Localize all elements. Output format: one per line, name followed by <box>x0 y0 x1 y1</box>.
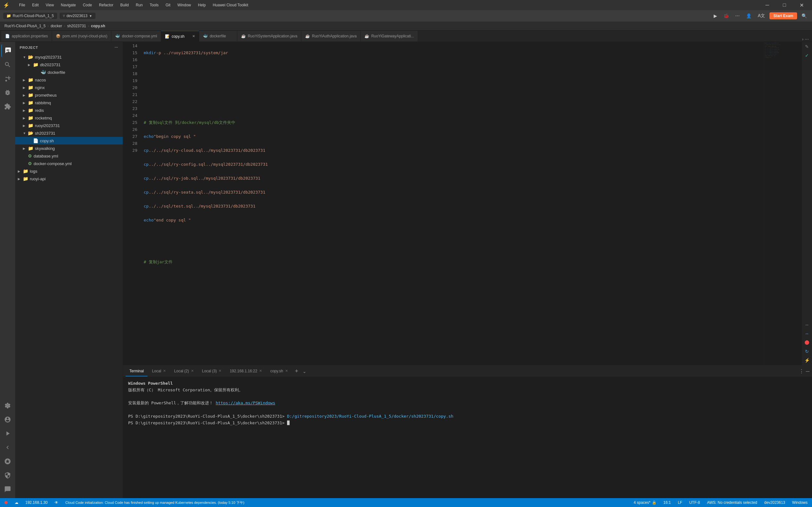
tree-ruoyi-api[interactable]: ▶ 📁 ruoyi-api <box>15 175 123 182</box>
tree-docker-compose-yml[interactable]: ⚙ docker-compose.yml <box>15 160 123 167</box>
status-aws[interactable]: AWS: No credentials selected <box>706 500 758 505</box>
menu-edit[interactable]: Edit <box>29 2 42 8</box>
tree-ruoyi2023731[interactable]: ▶ 📁 ruoyi2023731 <box>15 122 123 129</box>
activity-bottom-3[interactable] <box>1 427 14 440</box>
tab-copy-sh[interactable]: 📝 copy.sh ✕ <box>161 31 199 42</box>
start-exam-button[interactable]: Start Exam <box>769 12 797 19</box>
tree-skywalking[interactable]: ▶ 📁 skywalking <box>15 145 123 152</box>
gutter-icon-1[interactable]: ↔ <box>803 321 810 328</box>
status-lf[interactable]: LF <box>676 500 683 505</box>
status-ip[interactable]: 192.168.1.30 <box>24 500 49 505</box>
breadcrumb-item-2[interactable]: sh2023731 <box>67 24 86 28</box>
gutter-icon-4[interactable]: ↻ <box>803 348 810 355</box>
close-button[interactable]: ✕ <box>794 0 809 10</box>
tree-logs[interactable]: ▶ 📁 logs <box>15 167 123 175</box>
status-spaces[interactable]: 4 spaces* 🔒 <box>632 500 658 505</box>
menu-navigate[interactable]: Navigate <box>58 2 79 8</box>
project-name[interactable]: 📁 RuoYi-Cloud-PlusA_1_5 <box>3 13 57 19</box>
activity-search[interactable] <box>1 58 14 71</box>
tab-pom-xml[interactable]: 📦 pom.xml (ruoyi-cloud-plus) <box>52 31 111 42</box>
maximize-button[interactable]: □ <box>777 0 792 10</box>
tab-docker-compose-yml[interactable]: 🐳 docker-compose.yml <box>111 31 161 42</box>
activity-explorer[interactable] <box>1 44 14 57</box>
terminal-tab-local3[interactable]: Local (3) ✕ <box>198 366 225 377</box>
breadcrumb-item-0[interactable]: RuoYi-Cloud-PlusA_1_5 <box>4 24 46 28</box>
status-branch[interactable]: dev2023613 <box>763 500 786 505</box>
terminal-link[interactable]: https://aka.ms/PSWindows <box>216 400 275 405</box>
activity-bottom-1[interactable] <box>1 399 14 412</box>
terminal-content[interactable]: Windows PowerShell 版权所有（C） Microsoft Cor… <box>123 377 812 498</box>
tree-rabbitmq[interactable]: ▶ 📁 rabbitmq <box>15 99 123 107</box>
tree-db2023731[interactable]: ▶ 📁 db2023731 <box>15 61 123 68</box>
terminal-tab-close-local[interactable]: ✕ <box>163 369 166 373</box>
tab-ruoyi-gateway-app[interactable]: ☕ RuoYiGatewayApplicati... <box>361 31 418 42</box>
status-encoding[interactable]: UTF-8 <box>688 500 701 505</box>
status-position[interactable]: 16:1 <box>662 500 672 505</box>
tree-nacos[interactable]: ▶ 📁 nacos <box>15 76 123 83</box>
activity-bottom-7[interactable] <box>1 483 14 496</box>
tree-mysql2023731[interactable]: ▼ 📂 mysql2023731 <box>15 53 123 61</box>
menu-help[interactable]: Help <box>195 2 209 8</box>
tree-copy-sh[interactable]: 📄 copy.sh <box>15 137 123 145</box>
terminal-add-tab[interactable]: + <box>293 368 301 375</box>
more-options-icon[interactable]: ⋯ <box>733 12 742 20</box>
sidebar-menu-icon[interactable]: ⋯ <box>114 46 118 50</box>
terminal-tab-ip[interactable]: 192.168.1.16:22 ✕ <box>226 366 266 377</box>
terminal-tab-local2[interactable]: Local (2) ✕ <box>170 366 198 377</box>
status-cloud[interactable]: ☁ <box>13 500 20 505</box>
menu-huawei[interactable]: Huawei Cloud Toolkit <box>210 2 252 8</box>
search-icon[interactable]: 🔍 <box>800 12 809 20</box>
code-content[interactable]: mkdir -p ../ruoyi2023731/system/jar # 复制… <box>141 42 764 365</box>
tab-overflow-icon[interactable]: › <box>802 37 803 42</box>
menu-tools[interactable]: Tools <box>147 2 162 8</box>
tree-dockerfile[interactable]: 🐳 dockerfile <box>15 68 123 76</box>
activity-source-control[interactable] <box>1 72 14 85</box>
minimize-button[interactable]: ─ <box>760 0 774 10</box>
tree-nginx[interactable]: ▶ 📁 nginx <box>15 83 123 91</box>
tree-database-yml[interactable]: ⚙ database.yml <box>15 152 123 160</box>
menu-build[interactable]: Build <box>117 2 132 8</box>
terminal-tab-close-local2[interactable]: ✕ <box>191 369 194 373</box>
translate-icon[interactable]: A文 <box>756 12 767 20</box>
breadcrumb-item-1[interactable]: docker <box>51 24 62 28</box>
edit-gutter-icon[interactable]: ✎ <box>803 43 810 50</box>
gutter-icon-5[interactable]: ⚡ <box>803 357 810 364</box>
terminal-more-icon[interactable]: ⋮ <box>799 368 804 374</box>
terminal-tab-copysh[interactable]: copy.sh ✕ <box>266 366 292 377</box>
status-error-dot[interactable] <box>3 501 9 504</box>
tab-more-icon[interactable]: ⋯ <box>805 37 809 42</box>
menu-refactor[interactable]: Refactor <box>96 2 116 8</box>
activity-bottom-6[interactable] <box>1 469 14 482</box>
terminal-tab-terminal[interactable]: Terminal <box>125 366 148 377</box>
breadcrumb-item-3[interactable]: copy.sh <box>91 24 105 28</box>
tab-ruoyi-auth-app[interactable]: ☕ RuoYiAuthApplication.java <box>301 31 361 42</box>
gutter-icon-2[interactable]: ↔ <box>803 330 810 337</box>
menu-file[interactable]: File <box>16 2 28 8</box>
activity-bottom-5[interactable] <box>1 455 14 468</box>
terminal-tab-close-local3[interactable]: ✕ <box>218 369 221 373</box>
menu-view[interactable]: View <box>43 2 57 8</box>
activity-bottom-2[interactable] <box>1 413 14 426</box>
debug-icon[interactable]: 🐞 <box>722 12 731 20</box>
status-eye[interactable]: 👁 <box>53 500 60 505</box>
terminal-tab-local[interactable]: Local ✕ <box>148 366 170 377</box>
tab-close-copy-sh[interactable]: ✕ <box>192 34 195 38</box>
tree-rocketmq[interactable]: ▶ 📁 rocketmq <box>15 114 123 122</box>
menu-git[interactable]: Git <box>162 2 173 8</box>
activity-extensions[interactable] <box>1 100 14 113</box>
menu-code[interactable]: Code <box>80 2 95 8</box>
tree-redis[interactable]: ▶ 📁 redis <box>15 107 123 114</box>
menu-run[interactable]: Run <box>133 2 146 8</box>
tab-application-properties[interactable]: 📄 application.properties <box>1 31 52 42</box>
check-gutter-icon[interactable]: ✓ <box>803 52 810 59</box>
tab-ruoyi-system-app[interactable]: ☕ RuoYiSystemApplication.java <box>237 31 301 42</box>
terminal-tab-close-ip[interactable]: ✕ <box>259 369 262 373</box>
code-editor[interactable]: 14 15 16 17 18 19 20 21 22 23 24 25 26 2… <box>123 42 812 365</box>
tree-prometheus[interactable]: ▶ 📁 prometheus <box>15 91 123 99</box>
terminal-tab-close-copysh[interactable]: ✕ <box>285 369 288 373</box>
user-icon[interactable]: 👤 <box>744 12 753 20</box>
terminal-tab-overflow[interactable]: ⌄ <box>301 369 308 374</box>
terminal-minimize-icon[interactable]: ─ <box>806 369 809 374</box>
tree-sh2023731[interactable]: ▼ 📂 sh2023731 <box>15 129 123 137</box>
activity-bottom-4[interactable] <box>1 441 14 454</box>
